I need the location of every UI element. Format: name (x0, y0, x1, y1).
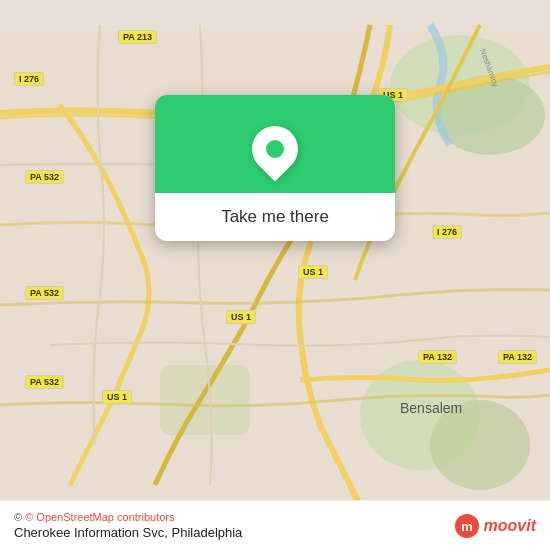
road-label-pa532-mid: PA 532 (25, 170, 64, 184)
take-me-there-button[interactable]: Take me there (201, 193, 349, 241)
map-svg: Neshaminy (0, 0, 550, 550)
road-label-i276-left: I 276 (14, 72, 44, 86)
copyright-text: © © OpenStreetMap contributors (14, 511, 242, 523)
road-label-us1-290: US 1 (298, 265, 328, 279)
bottom-bar: © © OpenStreetMap contributors Cherokee … (0, 500, 550, 550)
moovit-text: moovit (484, 517, 536, 535)
road-label-us1-lower: US 1 (102, 390, 132, 404)
road-label-pa132: PA 132 (418, 350, 457, 364)
road-label-pa532-lower: PA 532 (25, 286, 64, 300)
popup-card: Take me there (155, 95, 395, 241)
popup-green-area (155, 95, 395, 193)
bensalem-label: Bensalem (400, 400, 462, 416)
map-container: Neshaminy PA 213 I 276 US 1 US 1 PA 532 … (0, 0, 550, 550)
svg-rect-5 (160, 365, 250, 435)
road-label-pa213: PA 213 (118, 30, 157, 44)
road-label-i276-right: I 276 (432, 225, 462, 239)
road-label-pa132-right: PA 132 (498, 350, 537, 364)
moovit-icon: m (454, 513, 480, 539)
location-pin-icon (249, 123, 301, 175)
road-label-us1-center: US 1 (226, 310, 256, 324)
svg-text:m: m (461, 519, 473, 534)
moovit-logo: m moovit (454, 513, 536, 539)
place-name: Cherokee Information Svc, Philadelphia (14, 525, 242, 540)
copyright-symbol: © (14, 511, 22, 523)
osm-link[interactable]: © OpenStreetMap contributors (25, 511, 174, 523)
road-label-pa532-bottom: PA 532 (25, 375, 64, 389)
